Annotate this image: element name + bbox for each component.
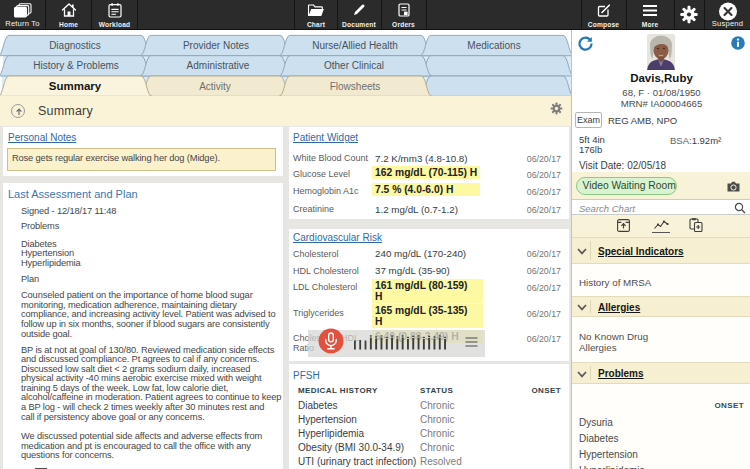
svg-text:Diagnostics: Diagnostics xyxy=(49,40,101,51)
svg-text:Administrative: Administrative xyxy=(187,60,250,71)
svg-text:Medications: Medications xyxy=(467,40,520,51)
svg-text:Flowsheets: Flowsheets xyxy=(330,81,381,92)
svg-text:Summary: Summary xyxy=(49,80,102,92)
svg-text:Activity: Activity xyxy=(199,81,231,92)
svg-text:Nurse/Allied Health: Nurse/Allied Health xyxy=(312,40,398,51)
svg-text:Other Clinical: Other Clinical xyxy=(324,60,384,71)
svg-text:History & Problems: History & Problems xyxy=(33,60,119,71)
svg-text:Provider Notes: Provider Notes xyxy=(183,40,249,51)
